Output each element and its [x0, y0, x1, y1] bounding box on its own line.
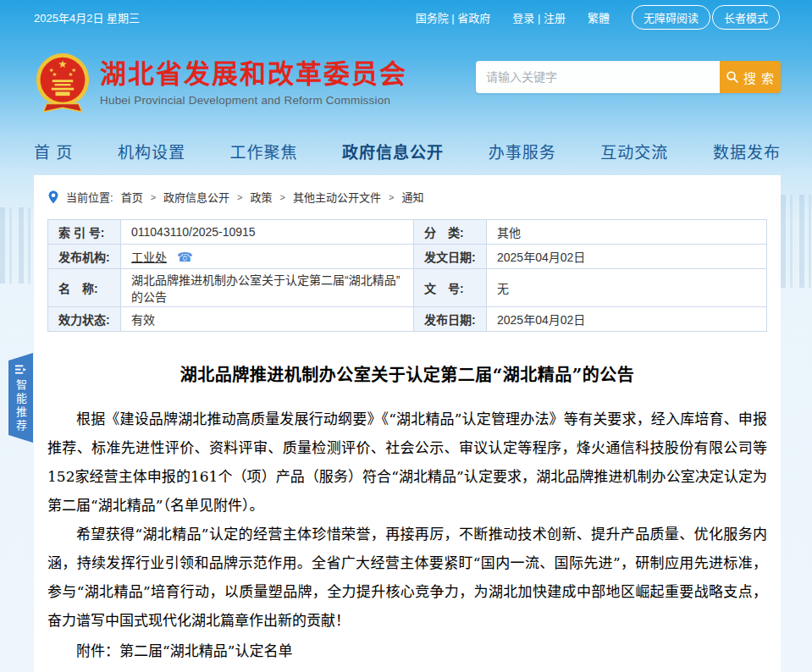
- search-input[interactable]: [476, 61, 720, 93]
- elder-mode-button[interactable]: 长者模式: [712, 5, 780, 30]
- breadcrumb-separator: >: [280, 192, 285, 202]
- smart-recommend-label: 智能推荐: [13, 379, 29, 433]
- accessible-reading-button[interactable]: 无障碍阅读: [632, 5, 710, 30]
- table-row: 索 引 号: 011043110/2025-10915 分 类: 其他: [48, 220, 767, 245]
- article: 湖北品牌推进机制办公室关于认定第二届“湖北精品”的公告 根据《建设品牌湖北推动高…: [47, 361, 767, 672]
- svg-text:★: ★: [68, 72, 73, 78]
- meta-value-index-no: 011043110/2025-10915: [121, 220, 414, 245]
- top-bar: 2025年4月2日 星期三 国务院 | 省政府 登录 | 注册 繁體 无障碍阅读…: [0, 0, 812, 34]
- table-row: 名 称: 湖北品牌推进机制办公室关于认定第二届“湖北精品”的公告 文 号: 无: [48, 269, 767, 307]
- meta-value-validity: 有效: [121, 307, 414, 332]
- nav-item-gov-info-disclosure[interactable]: 政府信息公开: [342, 140, 444, 162]
- article-title: 湖北品牌推进机制办公室关于认定第二届“湖北精品”的公告: [47, 361, 767, 386]
- attachment-line: 附件：第二届“湖北精品”认定名单: [47, 636, 767, 665]
- breadcrumb-gov-info[interactable]: 政府信息公开: [163, 189, 229, 205]
- nav-item-data-release[interactable]: 数据发布: [713, 140, 781, 162]
- meta-label-doc-no: 文 号:: [414, 269, 487, 307]
- link-login-register[interactable]: 登录 | 注册: [512, 9, 566, 25]
- search-icon: [726, 70, 739, 84]
- recommend-list-icon: [15, 365, 26, 375]
- site-title: 湖北省发展和改革委员会: [100, 59, 407, 90]
- breadcrumb-separator: >: [389, 192, 394, 202]
- site-title-block: 湖北省发展和改革委员会 Hubei Provincial Development…: [100, 59, 407, 107]
- breadcrumb-separator: >: [151, 192, 156, 202]
- nav-item-org[interactable]: 机构设置: [118, 140, 185, 162]
- skyline-decoration-left: [0, 207, 34, 284]
- meta-value-publish-date: 2025年04月02日: [487, 307, 767, 332]
- table-row: 效力状态: 有效 发布日期: 2025年04月02日: [48, 307, 767, 332]
- site-header: ★ ★ ★ ★ ★ 湖北省发展和改革委员会 Hubei Provincial D…: [34, 41, 781, 125]
- skyline-decoration-right: [781, 195, 812, 288]
- meta-value-doc-no: 无: [487, 269, 767, 307]
- smart-recommend-ribbon[interactable]: 智能推荐: [8, 353, 33, 443]
- industry-division-link[interactable]: 工业处: [131, 251, 167, 264]
- svg-text:★: ★: [52, 72, 58, 78]
- breadcrumb-other-public-docs[interactable]: 其他主动公开文件: [293, 189, 381, 205]
- meta-label-index-no: 索 引 号:: [48, 220, 121, 245]
- breadcrumb-separator: >: [237, 192, 242, 202]
- meta-label-issue-date: 发文日期:: [414, 245, 487, 269]
- table-row: 发布机构: 工业处 ☎ 发文日期: 2025年04月02日: [48, 245, 767, 269]
- phone-icon[interactable]: ☎: [177, 250, 193, 264]
- document-meta-table: 索 引 号: 011043110/2025-10915 分 类: 其他 发布机构…: [47, 219, 767, 332]
- content-card: 当前位置: 首页 > 政府信息公开 > 政策 > 其他主动公开文件 > 通知 索…: [34, 175, 781, 672]
- nav-item-home[interactable]: 首 页: [34, 140, 73, 162]
- meta-label-publish-date: 发布日期:: [414, 307, 487, 332]
- breadcrumb-policy[interactable]: 政策: [251, 189, 273, 205]
- top-bar-links: 国务院 | 省政府 登录 | 注册 繁體 无障碍阅读 长者模式: [416, 5, 780, 30]
- nav-item-services[interactable]: 办事服务: [489, 140, 556, 162]
- link-gov-sites[interactable]: 国务院 | 省政府: [416, 9, 491, 25]
- article-body: 根据《建设品牌湖北推动高质量发展行动纲要》《“湖北精品”认定管理办法》等有关要求…: [47, 405, 767, 635]
- svg-text:★: ★: [58, 58, 68, 70]
- location-pin-icon: [47, 190, 59, 204]
- breadcrumb-home[interactable]: 首页: [121, 189, 143, 205]
- meta-label-issuing-org: 发布机构:: [48, 245, 121, 269]
- breadcrumb: 当前位置: 首页 > 政府信息公开 > 政策 > 其他主动公开文件 > 通知: [47, 189, 767, 205]
- meta-value-issue-date: 2025年04月02日: [487, 245, 767, 269]
- nav-item-interaction[interactable]: 互动交流: [600, 140, 668, 162]
- meta-value-title: 湖北品牌推进机制办公室关于认定第二届“湖北精品”的公告: [121, 269, 414, 307]
- article-paragraph-1: 根据《建设品牌湖北推动高质量发展行动纲要》《“湖北精品”认定管理办法》等有关要求…: [47, 405, 767, 520]
- national-emblem-logo: ★ ★ ★ ★ ★: [34, 51, 91, 117]
- accessibility-pills: 无障碍阅读 长者模式: [632, 5, 780, 30]
- breadcrumb-label: 当前位置:: [66, 189, 113, 205]
- site-search: 搜 索: [476, 61, 781, 93]
- article-paragraph-2: 希望获得“湖北精品”认定的经营主体珍惜荣誉，再接再厉，不断推动技术创新、提升产品…: [47, 520, 767, 635]
- meta-label-title: 名 称:: [48, 269, 121, 307]
- meta-value-category: 其他: [487, 220, 767, 245]
- main-nav: 首 页 机构设置 工作聚焦 政府信息公开 办事服务 互动交流 数据发布: [34, 132, 781, 169]
- page: 2025年4月2日 星期三 国务院 | 省政府 登录 | 注册 繁體 无障碍阅读…: [0, 0, 812, 672]
- meta-label-validity: 效力状态:: [48, 307, 121, 332]
- meta-value-issuing-org: 工业处 ☎: [121, 245, 414, 269]
- link-traditional-chinese[interactable]: 繁體: [588, 9, 610, 25]
- search-button-label: 搜 索: [743, 69, 775, 86]
- site-subtitle: Hubei Provincial Development and Reform …: [100, 94, 407, 107]
- current-date: 2025年4月2日 星期三: [34, 9, 140, 25]
- search-button[interactable]: 搜 索: [720, 61, 781, 93]
- breadcrumb-notice[interactable]: 通知: [401, 189, 423, 205]
- meta-label-category: 分 类:: [414, 220, 487, 245]
- nav-item-work-focus[interactable]: 工作聚焦: [229, 140, 297, 162]
